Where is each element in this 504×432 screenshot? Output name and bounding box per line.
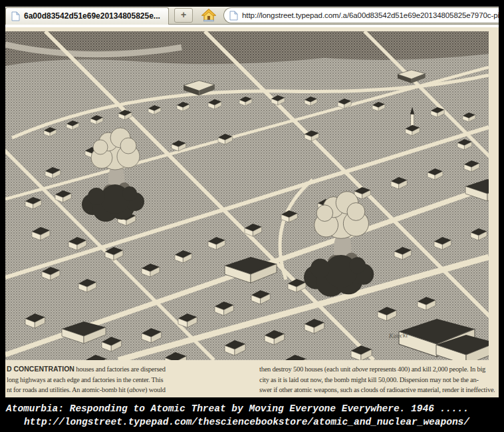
caption-lead-in: D CONCENTRATION <box>7 365 74 373</box>
caption-block: D CONCENTRATION houses and factories are… <box>5 360 499 397</box>
address-page-icon <box>229 11 238 21</box>
url-text: http://longstreet.typepad.com/.a/6a00d83… <box>242 11 499 19</box>
tab-title: 6a00d83542d51e69e20134805825e... <box>24 11 163 21</box>
caption-left-column: D CONCENTRATION houses and factories are… <box>7 364 253 397</box>
atomurbia-illustration: Kaucki <box>5 27 499 360</box>
footer-caption-title: Atomurbia: Responding to Atomic Threat b… <box>6 403 469 414</box>
scanned-page: Kaucki D CONCENTRATION houses and factor… <box>5 27 499 397</box>
home-button[interactable] <box>201 7 217 23</box>
browser-toolbar: 6a00d83542d51e69e20134805825e... + http:… <box>5 7 499 25</box>
address-bar[interactable]: http://longstreet.typepad.com/.a/6a00d83… <box>223 7 499 23</box>
page-icon <box>11 11 20 21</box>
caption-right-column: then destroy 500 houses (each unit above… <box>253 364 495 397</box>
new-tab-button[interactable]: + <box>174 8 193 23</box>
footer-bar: Atomurbia: Responding to Atomic Threat b… <box>0 397 504 432</box>
browser-tab[interactable]: 6a00d83542d51e69e20134805825e... <box>5 7 169 25</box>
home-icon <box>201 9 216 22</box>
footer-caption-url: http://longstreet.typepad.com/thescience… <box>24 417 469 427</box>
artist-signature: Kaucki <box>388 331 408 340</box>
